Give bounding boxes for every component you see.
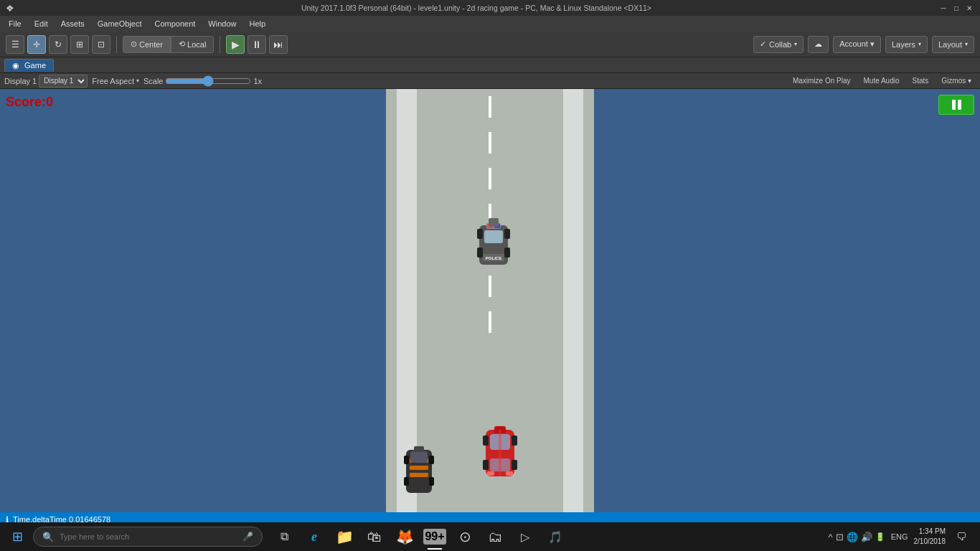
center-dash (489, 311, 491, 333)
search-input[interactable] (60, 532, 237, 541)
display-control: Display 1 Display 1 (4, 75, 88, 88)
menu-help[interactable]: Help (243, 18, 271, 29)
tray-tablet-icon[interactable]: ⊡ (836, 532, 844, 542)
local-icon: ⟲ (179, 39, 185, 49)
svg-rect-1 (477, 229, 483, 239)
audio-app[interactable]: 🎵 (541, 522, 570, 551)
display-select[interactable]: Display 1 (39, 75, 88, 88)
media-icon: ▷ (521, 530, 529, 544)
tray-network-icon[interactable]: 🌐 (847, 532, 858, 542)
taskbar-apps: ⧉ e 📁 🛍 🦊 99+ ⊙ 🗂 ▷ 🎵 (270, 522, 570, 551)
center-dash (489, 168, 491, 189)
svg-rect-32 (414, 446, 424, 452)
rotate-tool-button[interactable]: ↻ (49, 35, 67, 54)
unity-app[interactable]: 99+ (420, 522, 449, 551)
local-button[interactable]: ⟲ Local (171, 36, 214, 53)
layers-dropdown-icon: ▾ (918, 41, 921, 47)
chrome-app[interactable]: ⊙ (451, 522, 479, 551)
maximize-on-play-button[interactable]: Maximize On Play (788, 75, 855, 88)
store-app[interactable]: 🛍 (360, 522, 389, 551)
player-car (483, 423, 517, 484)
player-car-svg (483, 423, 517, 484)
mute-audio-button[interactable]: Mute Audio (859, 75, 903, 88)
step-button[interactable]: ⏭ (269, 35, 288, 54)
stats-button[interactable]: Stats (908, 75, 933, 88)
collab-dropdown-icon: ▾ (794, 41, 797, 47)
edge-app[interactable]: e (300, 522, 329, 551)
svg-rect-24 (404, 456, 409, 464)
tray-arrow-icon[interactable]: ^ (829, 532, 833, 542)
windows-logo-icon: ⊞ (12, 529, 23, 545)
svg-rect-30 (410, 473, 428, 477)
play-button[interactable]: ▶ (226, 35, 245, 54)
taskview-icon: ⧉ (281, 530, 288, 543)
search-icon: 🔍 (42, 532, 54, 542)
menu-component[interactable]: Component (149, 18, 201, 29)
tray-battery-icon[interactable]: 🔋 (875, 532, 885, 542)
svg-rect-27 (429, 477, 434, 486)
svg-text:POLICE: POLICE (486, 256, 501, 260)
toolbar: ☰ ✛ ↻ ⊞ ⊡ ⊙ Center ⟲ Local ▶ ⏸ ⏭ ✓ Colla… (0, 32, 980, 57)
toolbar-right: ✓ Collab ▾ ☁ Account ▾ Layers ▾ Layout ▾ (753, 36, 974, 53)
layout-button[interactable]: Layout ▾ (932, 36, 974, 53)
cloud-button[interactable]: ☁ (808, 36, 829, 53)
account-button[interactable]: Account ▾ (833, 36, 881, 53)
firefox-app[interactable]: 🦊 (390, 522, 419, 551)
minimize-button[interactable]: ─ (938, 3, 948, 13)
file-explorer-app[interactable]: 📁 (330, 522, 359, 551)
scale-slider[interactable] (165, 77, 251, 85)
maximize-button[interactable]: □ (951, 3, 961, 13)
game-tab[interactable]: ◉ Game (4, 59, 54, 72)
clock[interactable]: 1:34 PM 2/10/2018 (914, 527, 946, 547)
svg-rect-4 (504, 248, 510, 258)
rect-tool-button[interactable]: ⊡ (92, 35, 110, 54)
scale-tool-button[interactable]: ⊞ (70, 35, 89, 54)
chrome-icon: ⊙ (459, 528, 471, 545)
gizmos-button[interactable]: Gizmos ▾ (937, 75, 976, 88)
pause-bar-right (958, 100, 961, 110)
svg-rect-11 (489, 218, 499, 227)
notification-button[interactable]: 🗨 (951, 527, 971, 547)
layers-button[interactable]: Layers ▾ (885, 36, 928, 53)
center-dash (489, 96, 491, 118)
audio-icon: 🎵 (548, 530, 562, 544)
menu-assets[interactable]: Assets (55, 18, 90, 29)
tray-volume-icon[interactable]: 🔊 (861, 532, 872, 542)
edge-icon: e (311, 529, 317, 545)
svg-rect-22 (499, 430, 501, 476)
menu-window[interactable]: Window (202, 18, 242, 29)
pivot-group: ⊙ Center ⟲ Local (123, 36, 214, 53)
search-bar[interactable]: 🔍 🎤 (33, 527, 263, 547)
title-bar: ❖ Unity 2017.1.0f3 Personal (64bit) - le… (0, 0, 980, 16)
collab-button[interactable]: ✓ Collab ▾ (753, 36, 804, 53)
center-button[interactable]: ⊙ Center (123, 36, 171, 53)
close-button[interactable]: ✕ (964, 3, 974, 13)
svg-rect-29 (410, 466, 428, 470)
menu-gameobject[interactable]: GameObject (92, 18, 148, 29)
pause-button[interactable]: ⏸ (248, 35, 266, 54)
media-app[interactable]: ▷ (511, 522, 540, 551)
unity-logo-icon: ❖ (6, 3, 14, 14)
toolbar-separator-1 (116, 36, 117, 53)
menu-bar: File Edit Assets GameObject Component Wi… (0, 16, 980, 32)
notification-icon: 🗨 (956, 531, 966, 542)
road: POLICE (386, 89, 594, 512)
obstacle-car (404, 444, 433, 498)
hand-tool-button[interactable]: ☰ (6, 35, 24, 54)
svg-rect-3 (477, 248, 483, 258)
start-button[interactable]: ⊞ (3, 522, 32, 551)
aspect-control: Free Aspect ▾ (92, 77, 139, 85)
svg-rect-26 (404, 477, 409, 486)
collab-check-icon: ✓ (760, 39, 766, 49)
menu-edit[interactable]: Edit (29, 18, 54, 29)
game-pause-button[interactable] (938, 95, 974, 115)
move-tool-button[interactable]: ✛ (27, 35, 46, 54)
taskview-button[interactable]: ⧉ (270, 522, 298, 551)
folder-app[interactable]: 🗂 (481, 522, 509, 551)
obstacle-car-svg (404, 444, 434, 498)
pivot-icon: ⊙ (131, 39, 137, 49)
svg-rect-15 (483, 460, 489, 470)
menu-file[interactable]: File (3, 18, 27, 29)
title-text: Unity 2017.1.0f3 Personal (64bit) - leve… (14, 4, 938, 12)
game-controls-right: Maximize On Play Mute Audio Stats Gizmos… (788, 75, 976, 88)
